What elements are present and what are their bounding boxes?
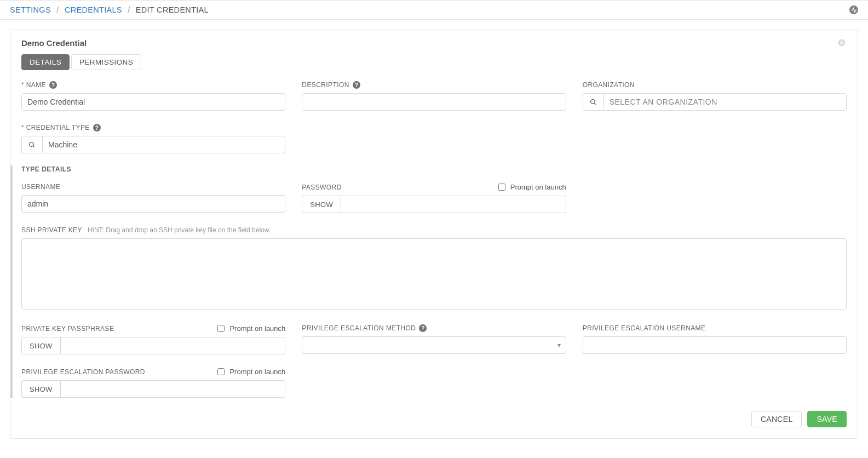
help-icon[interactable]: ? <box>93 124 101 131</box>
priv-esc-password-input[interactable] <box>60 380 286 398</box>
priv-esc-password-prompt-label: Prompt on launch <box>229 368 285 376</box>
organization-lookup-button[interactable] <box>583 93 603 111</box>
breadcrumb: SETTINGS / CREDENTIALS / EDIT CREDENTIAL <box>10 5 209 14</box>
credential-type-label: CREDENTIAL TYPE <box>26 124 90 131</box>
ssh-key-textarea[interactable] <box>21 238 847 310</box>
priv-esc-password-label: PRIVILEGE ESCALATION PASSWORD <box>21 368 145 376</box>
svg-point-3 <box>30 142 34 146</box>
priv-esc-password-prompt-checkbox[interactable] <box>217 368 225 375</box>
name-label: NAME <box>26 81 46 89</box>
tab-permissions[interactable]: PERMISSIONS <box>71 54 141 70</box>
footer-buttons: CANCEL SAVE <box>21 411 847 427</box>
breadcrumb-sep: / <box>128 5 130 14</box>
password-spacer <box>583 182 847 213</box>
required-marker: * <box>21 124 24 131</box>
close-icon[interactable] <box>837 38 847 48</box>
username-input[interactable] <box>21 195 285 213</box>
field-username: USERNAME <box>21 182 285 213</box>
passphrase-prompt-label: Prompt on launch <box>229 324 285 333</box>
name-input[interactable] <box>21 93 285 111</box>
password-show-button[interactable]: SHOW <box>302 196 341 213</box>
breadcrumb-credentials[interactable]: CREDENTIALS <box>65 5 122 14</box>
description-label: DESCRIPTION <box>302 81 349 89</box>
type-details-section: TYPE DETAILS USERNAME PASSWORD Prompt on… <box>10 165 847 398</box>
priv-esc-method-select[interactable] <box>302 336 566 354</box>
credential-type-input[interactable] <box>42 136 285 153</box>
save-button[interactable]: SAVE <box>807 411 847 427</box>
breadcrumb-settings[interactable]: SETTINGS <box>10 5 51 14</box>
svg-line-2 <box>594 103 596 105</box>
svg-point-1 <box>590 99 595 104</box>
priv-esc-method-label: PRIVILEGE ESCALATION METHOD <box>302 324 416 332</box>
password-prompt-label: Prompt on launch <box>510 183 566 191</box>
activity-stream-icon[interactable] <box>849 5 858 14</box>
svg-line-4 <box>33 146 35 147</box>
priv-esc-password-show-button[interactable]: SHOW <box>21 380 60 398</box>
tabs: DETAILS PERMISSIONS <box>21 54 847 70</box>
type-details-header: TYPE DETAILS <box>21 165 847 173</box>
field-priv-esc-method: PRIVILEGE ESCALATION METHOD ? ▾ <box>302 323 566 354</box>
field-priv-esc-password: PRIVILEGE ESCALATION PASSWORD Prompt on … <box>21 367 285 398</box>
ssh-key-label: SSH PRIVATE KEY <box>21 226 82 234</box>
edit-credential-panel: Demo Credential DETAILS PERMISSIONS * NA… <box>10 30 858 439</box>
help-icon[interactable]: ? <box>419 324 427 332</box>
credential-type-lookup-button[interactable] <box>21 136 42 153</box>
cancel-button[interactable]: CANCEL <box>751 411 802 427</box>
password-input[interactable] <box>341 196 566 213</box>
password-label: PASSWORD <box>302 184 341 191</box>
field-password: PASSWORD Prompt on launch SHOW <box>302 182 566 213</box>
ssh-key-hint: HINT: Drag and drop an SSH private key f… <box>88 226 271 234</box>
field-name: * NAME ? <box>21 80 285 111</box>
passphrase-show-button[interactable]: SHOW <box>21 337 60 354</box>
password-prompt-checkbox[interactable] <box>498 184 505 191</box>
organization-label: ORGANIZATION <box>583 81 635 89</box>
panel-title: Demo Credential <box>21 38 87 48</box>
help-icon[interactable]: ? <box>353 81 360 89</box>
field-private-key-passphrase: PRIVATE KEY PASSPHRASE Prompt on launch … <box>21 323 285 354</box>
organization-input[interactable] <box>603 93 847 111</box>
field-description: DESCRIPTION ? <box>302 80 566 111</box>
field-credential-type: * CREDENTIAL TYPE ? <box>21 123 285 153</box>
tab-details[interactable]: DETAILS <box>21 54 70 70</box>
passphrase-label: PRIVATE KEY PASSPHRASE <box>21 325 114 333</box>
passphrase-prompt-checkbox[interactable] <box>217 325 225 332</box>
breadcrumb-sep: / <box>56 5 59 14</box>
description-input[interactable] <box>302 93 566 111</box>
required-marker: * <box>21 81 24 89</box>
help-icon[interactable]: ? <box>49 81 57 89</box>
priv-esc-username-input[interactable] <box>583 336 847 354</box>
field-ssh-private-key: SSH PRIVATE KEY HINT: Drag and drop an S… <box>21 225 847 311</box>
breadcrumb-bar: SETTINGS / CREDENTIALS / EDIT CREDENTIAL <box>0 0 868 20</box>
field-organization: ORGANIZATION <box>583 80 847 111</box>
username-label: USERNAME <box>21 183 60 191</box>
field-priv-esc-username: PRIVILEGE ESCALATION USERNAME <box>583 323 847 354</box>
breadcrumb-current: EDIT CREDENTIAL <box>136 5 209 14</box>
priv-esc-username-label: PRIVILEGE ESCALATION USERNAME <box>583 324 706 332</box>
passphrase-input[interactable] <box>60 337 286 354</box>
